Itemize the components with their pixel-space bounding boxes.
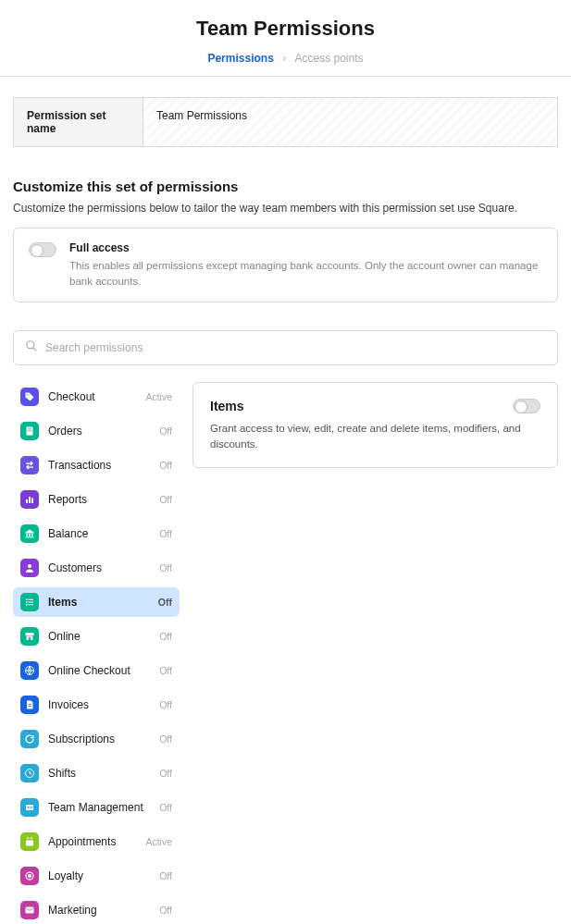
refresh-icon <box>20 730 39 748</box>
sidebar-item-subscriptions[interactable]: SubscriptionsOff <box>13 724 180 754</box>
svg-rect-14 <box>26 599 28 601</box>
mail-icon <box>20 901 39 919</box>
sidebar-item-reports[interactable]: ReportsOff <box>13 485 180 514</box>
sidebar-item-label: Shifts <box>48 767 150 780</box>
receipt-icon <box>20 422 39 440</box>
sidebar-item-items[interactable]: ItemsOff <box>13 587 180 617</box>
sidebar-item-label: Invoices <box>48 698 150 711</box>
sidebar-item-status: Off <box>159 425 172 437</box>
bank-icon <box>20 524 39 543</box>
category-sidebar: CheckoutActiveOrdersOffTransactionsOffRe… <box>13 382 180 924</box>
search-icon <box>25 339 38 356</box>
sidebar-item-team-mgmt[interactable]: Team ManagementOff <box>13 793 180 822</box>
sidebar-item-label: Customers <box>48 561 150 574</box>
svg-rect-28 <box>31 807 33 807</box>
sidebar-item-customers[interactable]: CustomersOff <box>13 553 180 583</box>
svg-rect-8 <box>31 499 33 504</box>
svg-rect-6 <box>26 499 28 503</box>
sidebar-item-status: Off <box>159 631 172 642</box>
svg-point-0 <box>27 341 34 349</box>
arrows-icon <box>20 456 39 474</box>
sidebar-item-label: Items <box>48 596 149 609</box>
sidebar-item-status: Off <box>158 597 172 608</box>
detail-panel: Items Grant access to view, edit, create… <box>192 382 558 467</box>
sidebar-item-label: Transactions <box>48 459 150 472</box>
svg-point-35 <box>29 875 31 878</box>
badge-icon <box>20 798 39 817</box>
search-permissions-box[interactable] <box>13 330 558 365</box>
sidebar-item-label: Online <box>48 630 150 643</box>
sidebar-item-appointments[interactable]: AppointmentsActive <box>13 827 180 856</box>
svg-rect-19 <box>29 605 34 606</box>
detail-title: Items <box>210 399 244 413</box>
svg-rect-24 <box>29 706 32 707</box>
bars-icon <box>20 490 39 509</box>
calendar-icon <box>20 832 39 851</box>
svg-rect-29 <box>31 808 33 809</box>
person-icon <box>20 559 39 577</box>
sidebar-item-label: Team Management <box>48 801 150 814</box>
sidebar-item-shifts[interactable]: ShiftsOff <box>13 758 180 788</box>
svg-rect-36 <box>26 907 34 914</box>
permission-set-name-label: Permission set name <box>14 98 143 146</box>
svg-rect-7 <box>29 497 31 503</box>
svg-rect-18 <box>26 604 28 606</box>
detail-desc: Grant access to view, edit, create and d… <box>210 421 540 451</box>
svg-point-2 <box>27 395 29 397</box>
sidebar-item-label: Orders <box>48 425 150 437</box>
list-icon <box>20 593 39 611</box>
circle-icon <box>20 867 39 885</box>
sidebar-item-label: Balance <box>48 527 150 540</box>
svg-rect-9 <box>27 534 29 536</box>
sidebar-item-status: Off <box>159 768 172 779</box>
sidebar-item-status: Off <box>159 870 172 881</box>
sidebar-item-online[interactable]: OnlineOff <box>13 622 180 651</box>
svg-rect-17 <box>29 602 34 603</box>
customize-title: Customize this set of permissions <box>13 179 558 194</box>
sidebar-item-status: Off <box>159 699 172 710</box>
chevron-right-icon: › <box>282 52 286 65</box>
svg-point-13 <box>28 564 31 568</box>
doc-icon <box>20 696 39 714</box>
full-access-desc: This enables all permissions except mana… <box>69 258 542 289</box>
full-access-title: Full access <box>69 241 542 254</box>
sidebar-item-transactions[interactable]: TransactionsOff <box>13 450 180 480</box>
sidebar-item-status: Off <box>159 562 172 573</box>
sidebar-item-checkout[interactable]: CheckoutActive <box>13 382 180 412</box>
sidebar-item-status: Active <box>145 391 172 402</box>
tab-access-points[interactable]: Access points <box>295 52 364 65</box>
svg-rect-23 <box>29 704 32 705</box>
sidebar-item-loyalty[interactable]: LoyaltyOff <box>13 861 180 891</box>
sidebar-item-label: Reports <box>48 493 150 506</box>
tag-icon <box>20 388 39 406</box>
svg-rect-11 <box>31 534 33 536</box>
permission-set-name-value[interactable]: Team Permissions <box>143 98 557 146</box>
sidebar-item-status: Off <box>159 802 172 813</box>
tab-permissions[interactable]: Permissions <box>207 52 273 65</box>
svg-rect-26 <box>26 805 33 810</box>
full-access-box: Full access This enables all permissions… <box>13 228 558 302</box>
svg-rect-21 <box>29 637 31 640</box>
svg-rect-15 <box>29 599 34 600</box>
sidebar-item-status: Off <box>159 905 172 916</box>
sidebar-item-online-checkout[interactable]: Online CheckoutOff <box>13 656 180 685</box>
sidebar-item-label: Checkout <box>48 390 136 403</box>
sidebar-item-label: Appointments <box>48 835 136 848</box>
sidebar-item-balance[interactable]: BalanceOff <box>13 519 180 548</box>
sidebar-item-invoices[interactable]: InvoicesOff <box>13 690 180 720</box>
svg-rect-33 <box>31 837 32 840</box>
svg-rect-32 <box>28 837 29 840</box>
sidebar-item-marketing[interactable]: MarketingOff <box>13 895 180 924</box>
full-access-toggle[interactable] <box>29 242 56 257</box>
svg-rect-31 <box>26 839 33 841</box>
sidebar-item-status: Off <box>159 528 172 539</box>
store-icon <box>20 627 39 646</box>
sidebar-item-status: Off <box>159 494 172 505</box>
page-title: Team Permissions <box>0 0 571 52</box>
sidebar-item-orders[interactable]: OrdersOff <box>13 416 180 446</box>
svg-rect-12 <box>26 537 34 538</box>
clock-icon <box>20 764 39 782</box>
sidebar-item-label: Subscriptions <box>48 733 150 745</box>
search-input[interactable] <box>45 341 546 354</box>
detail-toggle[interactable] <box>513 399 540 413</box>
